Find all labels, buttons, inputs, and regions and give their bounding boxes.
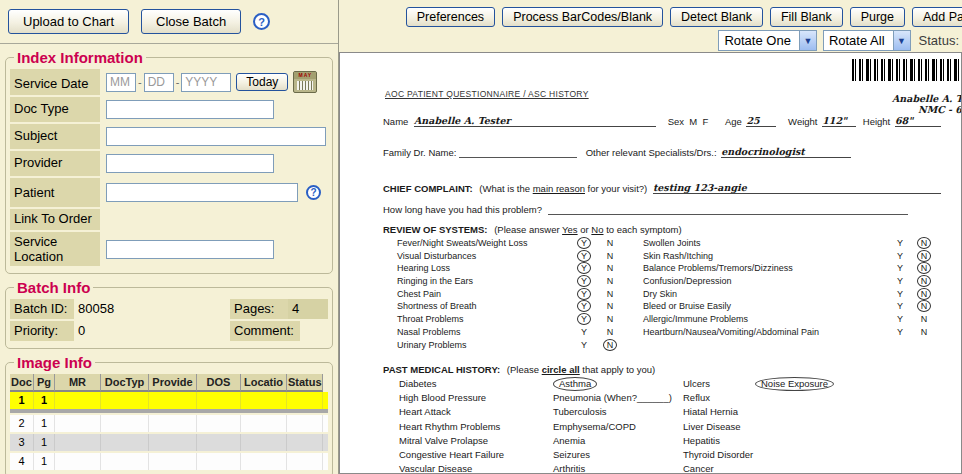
cell: 1: [34, 434, 55, 451]
help-icon[interactable]: ?: [253, 13, 270, 30]
ros-right-column: Swollen JointsYNSkin Rash/ItchingYNBalan…: [643, 238, 938, 340]
ros-item-balance-problems-tremors-dizziness: Balance Problems/Tremors/DizzinessYN: [643, 263, 938, 276]
column-header-dos: DOS: [197, 374, 241, 392]
cell: [287, 453, 323, 470]
pmh-item-noise-exposure: Noise Exposure: [755, 378, 834, 392]
ros-answer-y: Y: [577, 313, 591, 325]
circled-answer: Noise Exposure: [755, 377, 834, 391]
pmh-item-emphysema-copd: Emphysema/COPD: [553, 421, 672, 435]
cell: [287, 415, 323, 432]
pmh-item-ulcers: Ulcers: [683, 378, 753, 392]
rotate-all-select[interactable]: Rotate All ▼: [823, 30, 911, 51]
date-dash: -: [138, 76, 142, 88]
pmh-item-liver-disease: Liver Disease: [683, 421, 753, 435]
ros-item-fever-night-sweats-weight-loss: Fever/Night Sweats/Weight LossYN: [397, 238, 637, 251]
pmh-item-heart-attack: Heart Attack: [399, 406, 504, 420]
blank-line: [548, 206, 908, 215]
ros-left-column: Fever/Night Sweats/Weight LossYNVisual D…: [397, 238, 637, 352]
patient-help-icon[interactable]: ?: [306, 185, 321, 200]
pmh-item-hiatal-hernia: Hiatal Hernia: [683, 406, 753, 420]
pmh-section: DiabetesHigh Blood PressureHeart AttackH…: [340, 378, 962, 474]
rotate-row: Rotate One ▼ Rotate All ▼ Status:: [340, 30, 962, 51]
pmh-item-seizures: Seizures: [553, 449, 672, 463]
batch-id-value: 80058: [74, 299, 230, 319]
pmh-item-mitral-valve-prolapse: Mitral Valve Prolapse: [399, 435, 504, 449]
family-dr-label: Family Dr. Name:: [383, 147, 456, 158]
rotate-one-select[interactable]: Rotate One ▼: [718, 30, 817, 51]
service-date-yyyy-input[interactable]: [181, 73, 231, 92]
provider-row: Provider: [10, 151, 328, 176]
cell: [55, 453, 101, 470]
close-batch-button[interactable]: Close Batch: [141, 9, 241, 34]
pmh-note-pre: (Please: [507, 364, 542, 375]
calendar-month-label: MAY: [294, 72, 316, 79]
service-date-dd-input[interactable]: [144, 73, 174, 92]
subject-input[interactable]: [106, 127, 326, 146]
service-date-mm-input[interactable]: [106, 73, 136, 92]
image-table-header-row: DocPgMRDocTypProvideDOSLocatioStatus: [10, 374, 328, 392]
ros-item-label: Skin Rash/Itching: [643, 251, 713, 261]
ros-answer-n: N: [917, 288, 931, 300]
ros-answer-y: Y: [893, 314, 907, 324]
pmh-note-post: that apply to you): [580, 364, 656, 375]
pmh-heading-line: PAST MEDICAL HISTORY: (Please circle all…: [383, 364, 655, 375]
patient-input[interactable]: [106, 183, 298, 202]
ros-answer-y: Y: [577, 275, 591, 287]
subject-row: Subject: [10, 124, 328, 149]
ros-item-label: Chest Pain: [397, 289, 441, 299]
image-table-row-4[interactable]: 41: [10, 453, 328, 470]
ros-answer-n: N: [603, 314, 617, 324]
toolbar-button-detect-blank[interactable]: Detect Blank: [670, 7, 763, 27]
calendar-grid: [297, 81, 313, 90]
toolbar-button-purge[interactable]: Purge: [850, 7, 905, 27]
image-table-row-1[interactable]: 11: [10, 392, 328, 413]
pmh-column-1: DiabetesHigh Blood PressureHeart AttackH…: [399, 378, 504, 474]
ros-answer-n: N: [917, 262, 931, 274]
ros-item-label: Visual Disturbances: [397, 251, 476, 261]
cell: [197, 415, 241, 432]
column-header-provide: Provide: [149, 374, 197, 392]
column-header-mr: MR: [55, 374, 101, 392]
ros-answer-n: N: [603, 276, 617, 286]
cell: [149, 415, 197, 432]
ros-item-label: Bleed or Bruise Easily: [643, 301, 731, 311]
toolbar-button-process-barcodes-blank[interactable]: Process BarCodes/Blank: [502, 7, 663, 27]
ros-answer-y: Y: [577, 327, 591, 337]
pmh-item-diabetes: Diabetes: [399, 378, 504, 392]
patient-label: Patient: [10, 178, 100, 207]
column-header-doctyp: DocTyp: [101, 374, 149, 392]
age-value: 25: [746, 115, 759, 126]
pmh-item-cancer: Cancer: [683, 463, 753, 474]
doc-type-input[interactable]: [106, 100, 274, 119]
ros-item-ringing-in-the-ears: Ringing in the EarsYN: [397, 276, 637, 289]
toolbar-button-preferences[interactable]: Preferences: [406, 7, 495, 27]
image-table-row-3[interactable]: 31: [10, 434, 328, 451]
image-table-row-2[interactable]: 21: [10, 415, 328, 432]
provider-input[interactable]: [106, 154, 274, 173]
upload-to-chart-button[interactable]: Upload to Chart: [8, 9, 129, 34]
cell: [55, 392, 101, 409]
calendar-icon[interactable]: MAY: [293, 71, 317, 93]
pages-label: Pages:: [230, 299, 288, 319]
batch-info-grid: Batch ID: 80058 Pages: 4 Priority: 0 Com…: [10, 299, 328, 343]
doc-type-label: Doc Type: [10, 97, 100, 122]
pmh-note-underlined: circle all: [542, 364, 580, 375]
batch-info-fieldset: Batch Info Batch ID: 80058 Pages: 4 Prio…: [5, 279, 333, 349]
ros-note-pre: (Please answer: [494, 224, 562, 235]
barcode: [852, 59, 962, 81]
toolbar-button-add-pag[interactable]: Add Pag: [912, 7, 962, 27]
ros-answer-y: Y: [577, 340, 591, 350]
toolbar-button-fill-blank[interactable]: Fill Blank: [770, 7, 843, 27]
chief-complaint-line: CHIEF COMPLAINT: (What is the main reaso…: [383, 182, 941, 194]
ros-item-chest-pain: Chest PainYN: [397, 289, 637, 302]
cell: [241, 453, 287, 470]
ros-note-post: to each symptom): [604, 224, 682, 235]
service-location-input[interactable]: [106, 240, 274, 259]
cell: [197, 434, 241, 451]
ros-item-bleed-or-bruise-easily: Bleed or Bruise EasilyYN: [643, 301, 938, 314]
ros-item-label: Allergic/Immune Problems: [643, 314, 748, 324]
ros-item-label: Ringing in the Ears: [397, 276, 473, 286]
pmh-heading: PAST MEDICAL HISTORY:: [383, 364, 500, 375]
cell: [101, 392, 149, 409]
today-button[interactable]: Today: [236, 73, 288, 91]
